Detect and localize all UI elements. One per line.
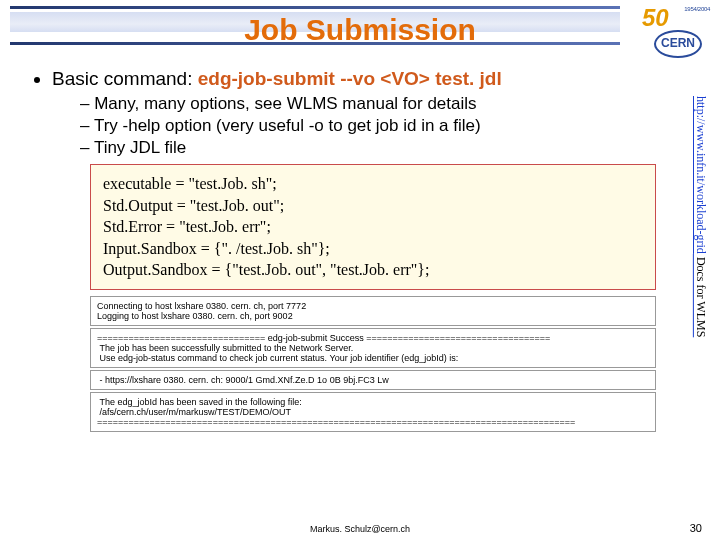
output-block: - https://lxshare 0380. cern. ch: 9000/1… <box>90 370 656 390</box>
content-area: Basic command: edg-job-submit --vo <VO> … <box>0 60 720 432</box>
output-text: The edg_jobId has been saved in the foll… <box>97 397 649 427</box>
logo-org: CERN <box>654 30 702 58</box>
output-text: - https://lxshare 0380. cern. ch: 9000/1… <box>97 375 649 385</box>
bullet-prefix: Basic command: <box>52 68 198 89</box>
output-block: Connecting to host lxshare 0380. cern. c… <box>90 296 656 326</box>
sub-bullet: Many, many options, see WLMS manual for … <box>80 94 690 114</box>
output-text: ================================ edg-job… <box>97 333 649 363</box>
slide: Job Submission 50 1954/2004 CERN Basic c… <box>0 0 720 540</box>
jdl-line: Input.Sandbox = {". /test.Job. sh"}; <box>103 238 643 260</box>
sub-bullet: Tiny JDL file <box>80 138 690 158</box>
bullet-main: Basic command: edg-job-submit --vo <VO> … <box>52 68 690 158</box>
logo-ribbon: 50 <box>642 4 669 32</box>
cern-50-logo: 50 1954/2004 CERN <box>634 4 712 64</box>
output-text: Connecting to host lxshare 0380. cern. c… <box>97 301 649 321</box>
band-stripe-top <box>10 6 620 9</box>
jdl-line: Std.Error = "test.Job. err"; <box>103 216 643 238</box>
side-link-tail: Docs for WLMS <box>694 254 708 337</box>
output-block: ================================ edg-job… <box>90 328 656 368</box>
jdl-line: Std.Output = "test.Job. out"; <box>103 195 643 217</box>
jdl-line: executable = "test.Job. sh"; <box>103 173 643 195</box>
output-wrap: Connecting to host lxshare 0380. cern. c… <box>90 296 656 432</box>
footer-email: Markus. Schulz@cern.ch <box>310 524 410 534</box>
logo-years: 1954/2004 <box>684 6 710 12</box>
sub-bullet-list: Many, many options, see WLMS manual for … <box>52 94 690 158</box>
output-block: The edg_jobId has been saved in the foll… <box>90 392 656 432</box>
jdl-line: Output.Sandbox = {"test.Job. out", "test… <box>103 259 643 281</box>
bullet-command: edg-job-submit --vo <VO> test. jdl <box>198 68 502 89</box>
slide-title: Job Submission <box>244 13 476 47</box>
footer-page-number: 30 <box>690 522 702 534</box>
side-link-url: http://www.infn.it/workload-grid <box>694 96 708 254</box>
sub-bullet: Try -help option (very useful -o to get … <box>80 116 690 136</box>
bullet-list: Basic command: edg-job-submit --vo <VO> … <box>30 68 690 158</box>
jdl-box: executable = "test.Job. sh"; Std.Output … <box>90 164 656 290</box>
title-band: Job Submission 50 1954/2004 CERN <box>0 0 720 60</box>
side-link[interactable]: http://www.infn.it/workload-grid Docs fo… <box>690 96 708 396</box>
